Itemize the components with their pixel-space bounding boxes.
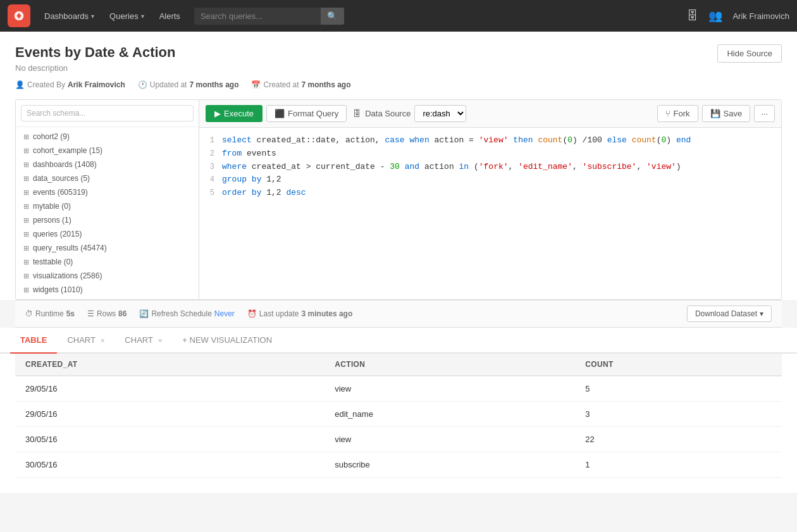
download-dataset-button[interactable]: Download Dataset ▾ <box>687 306 772 322</box>
nav-queries[interactable]: Queries ▾ <box>103 8 151 25</box>
search-button[interactable]: 🔍 <box>321 8 344 25</box>
schema-item[interactable]: ⊞cohort_example (15) <box>16 144 199 158</box>
table-icon: ⊞ <box>23 272 29 280</box>
code-token: , <box>636 162 646 171</box>
created-when: 7 months ago <box>302 80 351 89</box>
datasource-select[interactable]: re:dash <box>414 105 466 122</box>
table-row: 29/05/16view5 <box>15 376 782 402</box>
schema-item[interactable]: ⊞dashboards (1408) <box>16 158 199 171</box>
code-editor[interactable]: 1select created_at::date, action, case w… <box>199 128 781 254</box>
fork-button[interactable]: ⑂ Fork <box>657 105 698 122</box>
app-logo[interactable] <box>8 4 30 27</box>
editor-toolbar: ▶ Execute ⬛ Format Query 🗄 Data Source r… <box>199 100 781 128</box>
cell-count: 5 <box>575 376 782 402</box>
line-content: from events <box>222 147 781 161</box>
cell-created_at: 30/05/16 <box>15 427 324 452</box>
code-token: by <box>252 188 262 197</box>
table-icon: ⊞ <box>23 244 29 252</box>
schema-item[interactable]: ⊞persons (1) <box>16 213 199 227</box>
more-options-button[interactable]: ··· <box>754 105 775 122</box>
users-icon[interactable]: 👥 <box>708 9 722 23</box>
table-icon: ⊞ <box>23 286 29 294</box>
line-number: 4 <box>199 174 222 186</box>
code-token: case <box>385 135 404 145</box>
schema-item-label: cohort2 (9) <box>33 132 70 141</box>
code-token: where <box>222 162 247 171</box>
refresh-value[interactable]: Never <box>214 309 235 318</box>
code-line: 3where created_at > current_date - 30 an… <box>199 161 781 174</box>
tab-label: CHART <box>67 335 96 345</box>
schema-item[interactable]: ⊞events (605319) <box>16 185 199 199</box>
queries-chevron-icon: ▾ <box>141 13 144 20</box>
tab-close-icon[interactable]: × <box>101 337 104 344</box>
schema-item[interactable]: ⊞widgets (1010) <box>16 283 199 297</box>
line-content: group by 1,2 <box>222 173 781 187</box>
save-button[interactable]: 💾 Save <box>702 105 751 122</box>
tab-close-icon[interactable]: × <box>158 337 162 344</box>
format-icon: ⬛ <box>275 109 285 118</box>
cell-action: edit_name <box>324 402 575 427</box>
code-token: else <box>607 135 627 145</box>
schema-item[interactable]: ⊞query_results (45474) <box>16 241 199 255</box>
code-token: 'fork' <box>479 162 509 171</box>
code-token: order <box>222 188 247 197</box>
code-token: action <box>419 162 459 171</box>
cell-created_at: 30/05/16 <box>15 452 324 478</box>
line-number: 5 <box>199 187 222 199</box>
search-input[interactable] <box>194 8 321 25</box>
query-area: ⊞cohort2 (9)⊞cohort_example (15)⊞dashboa… <box>15 99 782 300</box>
tab-chart-1[interactable]: CHART× <box>57 328 114 354</box>
toolbar-right: ⑂ Fork 💾 Save ··· <box>657 105 775 122</box>
code-token: events <box>242 149 276 158</box>
line-number: 3 <box>199 161 222 173</box>
schema-item[interactable]: ⊞visualizations (2586) <box>16 269 199 283</box>
table-icon: ⊞ <box>23 189 29 197</box>
code-token: created_at::date, action, <box>252 135 385 145</box>
table-row: 30/05/16subscribe1 <box>15 452 782 478</box>
code-token: when <box>409 135 429 145</box>
database-icon: 🗄 <box>353 109 361 118</box>
clock-icon: ⏱ <box>25 309 33 318</box>
schema-item[interactable]: ⊞cohort2 (9) <box>16 130 199 144</box>
nav-dashboards[interactable]: Dashboards ▾ <box>38 8 101 25</box>
table-icon: ⊞ <box>23 202 29 211</box>
hide-source-button[interactable]: Hide Source <box>717 44 782 63</box>
code-token: in <box>459 162 469 171</box>
code-token: 30 <box>390 162 400 171</box>
cell-count: 3 <box>575 402 782 427</box>
runtime-stat: ⏱ Runtime 5s <box>25 309 75 318</box>
code-token: , <box>509 162 519 171</box>
schema-item-label: events (605319) <box>33 188 88 197</box>
code-token <box>627 135 632 145</box>
schema-item[interactable]: ⊞mytable (0) <box>16 199 199 213</box>
code-token: 'view' <box>479 135 509 145</box>
schema-item[interactable]: ⊞queries (2015) <box>16 227 199 241</box>
code-line: 2from events <box>199 147 781 161</box>
format-query-button[interactable]: ⬛ Format Query <box>266 105 347 122</box>
page-meta: 👤 Created By Arik Fraimovich 🕐 Updated a… <box>15 80 717 89</box>
tab--new-visualization-3[interactable]: + NEW VISUALIZATION <box>172 328 282 354</box>
code-token: 'subscribe' <box>583 162 637 171</box>
rows-icon: ☰ <box>87 309 94 318</box>
tab-chart-2[interactable]: CHART× <box>114 328 172 354</box>
execute-button[interactable]: ▶ Execute <box>206 105 263 122</box>
tab-table-0[interactable]: TABLE <box>10 328 57 354</box>
table-icon: ⊞ <box>23 258 29 266</box>
schema-item-label: persons (1) <box>33 216 71 225</box>
code-token: ( <box>469 162 479 171</box>
cell-count: 1 <box>575 452 782 478</box>
user-menu[interactable]: Arik Fraimovich <box>732 11 789 21</box>
schema-search-input[interactable] <box>21 105 194 121</box>
rows-value: 86 <box>118 309 127 318</box>
code-token <box>247 175 252 184</box>
schema-item[interactable]: ⊞data_sources (5) <box>16 171 199 185</box>
table-icon: ⊞ <box>23 175 29 183</box>
schema-item[interactable]: ⊞testtable (0) <box>16 255 199 269</box>
page-description: No description <box>15 63 717 73</box>
refresh-stat: 🔄 Refresh Schedule Never <box>139 309 234 318</box>
update-icon: ⏰ <box>247 309 257 318</box>
database-icon[interactable]: 🗄 <box>687 9 698 23</box>
nav-alerts[interactable]: Alerts <box>153 8 187 25</box>
datasource-section: 🗄 Data Source re:dash <box>353 105 466 122</box>
tab-label: CHART <box>125 335 153 345</box>
